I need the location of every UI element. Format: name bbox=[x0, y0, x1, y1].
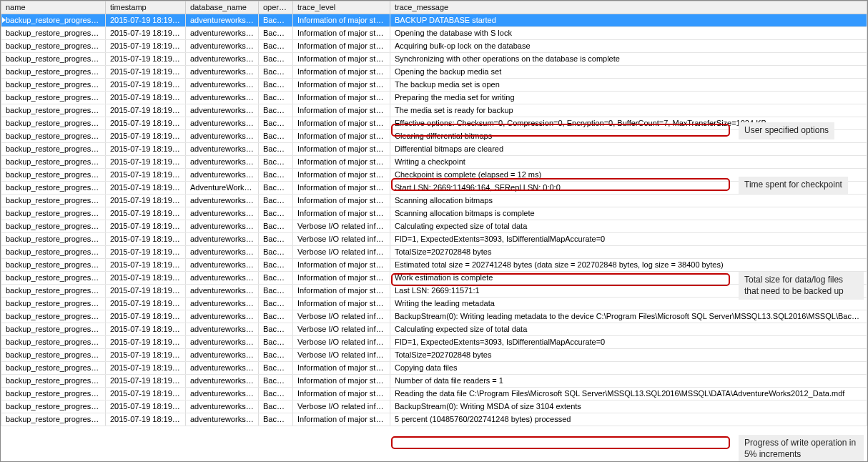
cell-timestamp: 2015-07-19 18:19:56.... bbox=[106, 143, 186, 156]
callout-label-progress: Progress of write operation in 5% increm… bbox=[739, 435, 864, 462]
cell-operation: Backup bbox=[259, 27, 293, 40]
cell-timestamp: 2015-07-19 18:19:56.... bbox=[106, 285, 186, 298]
cell-message: The backup media set is open bbox=[390, 79, 867, 92]
cell-database: adventureworks2012 bbox=[186, 143, 259, 156]
table-row[interactable]: backup_restore_progress_trace2015-07-19 … bbox=[1, 207, 867, 220]
cell-level: Information of major steps in ... bbox=[293, 130, 390, 143]
cell-operation: Backup bbox=[259, 143, 293, 156]
cell-level: Information of major steps in ... bbox=[293, 156, 390, 169]
table-row[interactable]: backup_restore_progress_trace2015-07-19 … bbox=[1, 169, 867, 182]
table-row[interactable]: backup_restore_progress_trace2015-07-19 … bbox=[1, 92, 867, 104]
cell-database: adventureworks2012 bbox=[186, 207, 259, 220]
table-row[interactable]: backup_restore_progress_trace2015-07-19 … bbox=[1, 14, 867, 27]
cell-name: backup_restore_progress_trace bbox=[1, 27, 106, 40]
cell-operation: Backup bbox=[259, 388, 293, 400]
cell-timestamp: 2015-07-19 18:19:56.... bbox=[106, 117, 186, 130]
cell-level: Information of major steps in ... bbox=[293, 375, 390, 388]
table-row[interactable]: backup_restore_progress_trace2015-07-19 … bbox=[1, 400, 867, 413]
cell-message: TotalSize=202702848 bytes bbox=[390, 349, 867, 362]
table-row[interactable]: backup_restore_progress_trace2015-07-19 … bbox=[1, 323, 867, 336]
cell-database: adventureworks2012 bbox=[186, 285, 259, 298]
cell-name: backup_restore_progress_trace bbox=[1, 298, 106, 310]
cell-operation: Backup bbox=[259, 14, 293, 27]
table-row[interactable]: backup_restore_progress_trace2015-07-19 … bbox=[1, 375, 867, 388]
table-row[interactable]: backup_restore_progress_trace2015-07-19 … bbox=[1, 336, 867, 349]
col-header-timestamp[interactable]: timestamp bbox=[106, 1, 186, 14]
cell-name: backup_restore_progress_trace bbox=[1, 233, 106, 246]
cell-level: Verbose I/O related informati... bbox=[293, 323, 390, 336]
cell-level: Information of major steps in ... bbox=[293, 207, 390, 220]
table-row[interactable]: backup_restore_progress_trace2015-07-19 … bbox=[1, 362, 867, 375]
table-row[interactable]: backup_restore_progress_trace2015-07-19 … bbox=[1, 66, 867, 79]
cell-level: Information of major steps in ... bbox=[293, 298, 390, 310]
table-row[interactable]: backup_restore_progress_trace2015-07-19 … bbox=[1, 349, 867, 362]
table-row[interactable]: backup_restore_progress_trace2015-07-19 … bbox=[1, 259, 867, 272]
table-row[interactable]: backup_restore_progress_trace2015-07-19 … bbox=[1, 27, 867, 40]
callout-box-progress bbox=[391, 436, 730, 449]
cell-level: Information of major steps in ... bbox=[293, 259, 390, 272]
cell-level: Information of major steps in ... bbox=[293, 53, 390, 66]
cell-name: backup_restore_progress_trace bbox=[1, 195, 106, 207]
table-row[interactable]: backup_restore_progress_trace2015-07-19 … bbox=[1, 156, 867, 169]
cell-level: Information of major steps in ... bbox=[293, 272, 390, 285]
table-row[interactable]: backup_restore_progress_trace2015-07-19 … bbox=[1, 272, 867, 285]
cell-timestamp: 2015-07-19 18:19:56.... bbox=[106, 298, 186, 310]
cell-level: Information of major steps in ... bbox=[293, 388, 390, 400]
callout-label-totalsize: Total size for data/log files that need … bbox=[739, 272, 864, 300]
cell-database: adventureworks2012 bbox=[186, 40, 259, 53]
cell-database: adventureworks2012 bbox=[186, 272, 259, 285]
cell-database: adventureworks2012 bbox=[186, 388, 259, 400]
cell-message: Copying data files bbox=[390, 362, 867, 375]
cell-name: backup_restore_progress_trace bbox=[1, 117, 106, 130]
cell-operation: Backup bbox=[259, 40, 293, 53]
cell-level: Information of major steps in ... bbox=[293, 362, 390, 375]
header-row[interactable]: name timestamp database_name operati... … bbox=[1, 1, 867, 14]
cell-database: adventureworks2012 bbox=[186, 400, 259, 413]
table-row[interactable]: backup_restore_progress_trace2015-07-19 … bbox=[1, 195, 867, 207]
cell-operation: Backup bbox=[259, 272, 293, 285]
cell-level: Information of major steps in ... bbox=[293, 143, 390, 156]
cell-database: adventureworks2012 bbox=[186, 310, 259, 323]
cell-operation: Backup bbox=[259, 298, 293, 310]
cell-level: Information of major steps in ... bbox=[293, 195, 390, 207]
table-row[interactable]: backup_restore_progress_trace2015-07-19 … bbox=[1, 79, 867, 92]
table-row[interactable]: backup_restore_progress_trace2015-07-19 … bbox=[1, 246, 867, 259]
col-header-name[interactable]: name bbox=[1, 1, 106, 14]
col-header-operation[interactable]: operati... bbox=[259, 1, 293, 14]
table-row[interactable]: backup_restore_progress_trace2015-07-19 … bbox=[1, 388, 867, 400]
cell-database: adventureworks2012 bbox=[186, 362, 259, 375]
cell-name: backup_restore_progress_trace bbox=[1, 130, 106, 143]
table-row[interactable]: backup_restore_progress_trace2015-07-19 … bbox=[1, 182, 867, 195]
cell-message: TotalSize=202702848 bytes bbox=[390, 246, 867, 259]
table-row[interactable]: backup_restore_progress_trace2015-07-19 … bbox=[1, 310, 867, 323]
cell-timestamp: 2015-07-19 18:19:56.... bbox=[106, 375, 186, 388]
col-header-trace-message[interactable]: trace_message bbox=[390, 1, 867, 14]
callout-label-checkpoint: Time spent for checkpoint bbox=[739, 177, 848, 194]
trace-table[interactable]: name timestamp database_name operati... … bbox=[1, 1, 867, 426]
table-row[interactable]: backup_restore_progress_trace2015-07-19 … bbox=[1, 117, 867, 130]
cell-name: backup_restore_progress_trace bbox=[1, 400, 106, 413]
table-row[interactable]: backup_restore_progress_trace2015-07-19 … bbox=[1, 53, 867, 66]
table-row[interactable]: backup_restore_progress_trace2015-07-19 … bbox=[1, 130, 867, 143]
table-row[interactable]: backup_restore_progress_trace2015-07-19 … bbox=[1, 104, 867, 117]
col-header-trace-level[interactable]: trace_level bbox=[293, 1, 390, 14]
table-row[interactable]: backup_restore_progress_trace2015-07-19 … bbox=[1, 143, 867, 156]
cell-timestamp: 2015-07-19 18:19:56.... bbox=[106, 40, 186, 53]
table-row[interactable]: backup_restore_progress_trace2015-07-19 … bbox=[1, 298, 867, 310]
cell-message: Scanning allocation bitmaps is complete bbox=[390, 207, 867, 220]
cell-level: Verbose I/O related informati... bbox=[293, 220, 390, 233]
cell-message: Number of data file readers = 1 bbox=[390, 375, 867, 388]
cell-name: backup_restore_progress_trace bbox=[1, 272, 106, 285]
col-header-database-name[interactable]: database_name bbox=[186, 1, 259, 14]
cell-level: Information of major steps in ... bbox=[293, 117, 390, 130]
cell-name: backup_restore_progress_trace bbox=[1, 169, 106, 182]
cell-timestamp: 2015-07-19 18:19:56.... bbox=[106, 323, 186, 336]
cell-operation: Backup bbox=[259, 375, 293, 388]
table-row[interactable]: backup_restore_progress_trace2015-07-19 … bbox=[1, 285, 867, 298]
table-row[interactable]: backup_restore_progress_trace2015-07-19 … bbox=[1, 233, 867, 246]
cell-name: backup_restore_progress_trace bbox=[1, 336, 106, 349]
cell-level: Information of major steps in ... bbox=[293, 182, 390, 195]
table-row[interactable]: backup_restore_progress_trace2015-07-19 … bbox=[1, 220, 867, 233]
table-row[interactable]: backup_restore_progress_trace2015-07-19 … bbox=[1, 40, 867, 53]
table-row[interactable]: backup_restore_progress_trace2015-07-19 … bbox=[1, 413, 867, 426]
